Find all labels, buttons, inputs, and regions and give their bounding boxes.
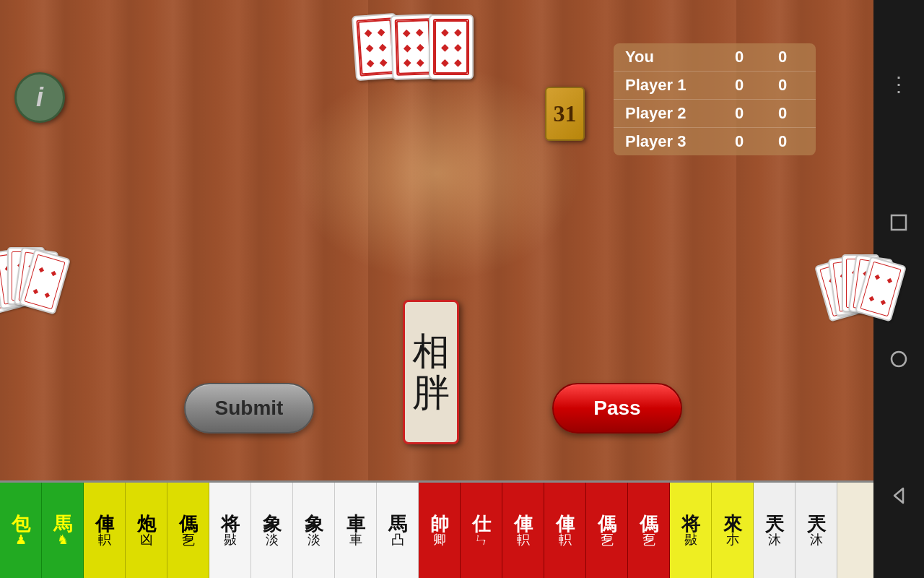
- player-you-score1: 0: [718, 48, 761, 66]
- tile-bot-14: 乭: [601, 533, 614, 546]
- tile-10[interactable]: 帥卿: [419, 483, 461, 578]
- player-1-name: Player 1: [625, 76, 718, 95]
- score-row-p3: Player 3 0 0: [614, 128, 816, 155]
- tile-9[interactable]: 馬凸: [377, 483, 419, 578]
- svg-point-1: [892, 352, 906, 366]
- tile-7[interactable]: 象淡: [293, 483, 335, 578]
- tile-top-10: 帥: [430, 514, 449, 533]
- tile-bot-5: 敡: [224, 533, 237, 546]
- svg-rect-0: [892, 215, 906, 230]
- player-2-score1: 0: [718, 104, 761, 123]
- player-you-name: You: [625, 48, 718, 66]
- player-2-name: Player 2: [625, 104, 718, 123]
- tile-bot-1: ♞: [57, 533, 69, 546]
- tile-bot-19: 沐: [810, 533, 823, 546]
- score-panel: You 0 0 Player 1 0 0 Player 2 0 0 Player…: [614, 43, 816, 155]
- tile-bot-3: 凶: [140, 533, 153, 546]
- tile-16[interactable]: 将敡: [670, 483, 712, 578]
- center-glow: [292, 65, 581, 282]
- tile-bot-17: 朩: [726, 533, 739, 546]
- tile-19[interactable]: 兲沐: [796, 483, 837, 578]
- tile-14[interactable]: 傌乭: [586, 483, 628, 578]
- tile-top-6: 象: [263, 514, 282, 533]
- bottom-tiles-area: 包♟馬♞俥軹炮凶傌乭将敡象淡象淡車車馬凸帥卿仕ㄣ俥軹俥軹傌乭傌乭将敡來朩兲沐兲沐: [0, 480, 873, 578]
- tile-top-17: 來: [723, 514, 742, 533]
- tile-top-19: 兲: [807, 514, 826, 533]
- tile-3[interactable]: 炮凶: [126, 483, 167, 578]
- game-board: i ◆◆ ◆◆ ◆◆ ◆◆ ◆◆ ◆◆: [0, 0, 873, 578]
- tile-top-1: 馬: [53, 514, 72, 533]
- tile-bot-9: 凸: [391, 533, 404, 546]
- tile-bot-6: 淡: [266, 533, 279, 546]
- player-you-score2: 0: [761, 48, 804, 66]
- info-icon: i: [36, 82, 43, 113]
- tile-top-16: 将: [681, 514, 700, 533]
- tile-bot-13: 軹: [559, 533, 572, 546]
- tile-top-18: 兲: [765, 514, 784, 533]
- tile-1[interactable]: 馬♞: [42, 483, 84, 578]
- svg-marker-2: [894, 488, 903, 503]
- tile-top-7: 象: [305, 514, 323, 533]
- score-row-you: You 0 0: [614, 43, 816, 72]
- back-icon[interactable]: [889, 486, 909, 506]
- tile-12[interactable]: 俥軹: [502, 483, 544, 578]
- info-button[interactable]: i: [14, 72, 65, 123]
- top-deck: ◆◆ ◆◆ ◆◆ ◆◆ ◆◆ ◆◆ ◆◆ ◆◆ ◆◆: [354, 14, 474, 79]
- player-1-score2: 0: [761, 76, 804, 95]
- tile-bot-7: 淡: [308, 533, 321, 546]
- tile-13[interactable]: 俥軹: [544, 483, 586, 578]
- square-icon[interactable]: [889, 212, 909, 233]
- center-card-char1: 相: [412, 331, 450, 372]
- tile-bot-4: 乭: [182, 533, 195, 546]
- tile-top-14: 傌: [598, 514, 616, 533]
- center-played-card[interactable]: 相 胖: [403, 300, 459, 444]
- submit-button[interactable]: Submit: [184, 383, 314, 434]
- player-3-score2: 0: [761, 132, 804, 151]
- number-card: 31: [545, 87, 585, 141]
- player-2-score2: 0: [761, 104, 804, 123]
- tile-bot-0: ♟: [15, 533, 27, 546]
- score-row-p2: Player 2 0 0: [614, 100, 816, 128]
- tile-bot-8: 車: [349, 533, 362, 546]
- player-3-score1: 0: [718, 132, 761, 151]
- tile-18[interactable]: 兲沐: [754, 483, 796, 578]
- tile-top-3: 炮: [137, 514, 156, 533]
- tile-2[interactable]: 俥軹: [84, 483, 126, 578]
- tile-bot-15: 乭: [642, 533, 655, 546]
- deck-card-3: ◆◆ ◆◆ ◆◆: [429, 14, 474, 79]
- center-card-char2: 胖: [412, 372, 450, 413]
- tile-bot-2: 軹: [98, 533, 111, 546]
- tile-top-11: 仕: [472, 514, 491, 533]
- tile-top-2: 俥: [95, 514, 114, 533]
- tile-top-8: 車: [346, 514, 365, 533]
- tile-5[interactable]: 将敡: [209, 483, 251, 578]
- tile-bot-11: ㄣ: [475, 533, 488, 546]
- tile-bot-16: 敡: [684, 533, 697, 546]
- tile-top-12: 俥: [514, 514, 533, 533]
- more-options-icon[interactable]: ⋮: [889, 72, 909, 96]
- tile-17[interactable]: 來朩: [712, 483, 754, 578]
- home-circle-icon[interactable]: [889, 349, 909, 369]
- score-row-p1: Player 1 0 0: [614, 72, 816, 100]
- player-3-name: Player 3: [625, 132, 718, 151]
- tile-bot-12: 軹: [517, 533, 530, 546]
- tile-top-4: 傌: [179, 514, 198, 533]
- tile-11[interactable]: 仕ㄣ: [461, 483, 502, 578]
- tile-top-5: 将: [221, 514, 240, 533]
- tile-4[interactable]: 傌乭: [167, 483, 209, 578]
- tile-top-0: 包: [12, 514, 30, 533]
- tile-bot-18: 沐: [768, 533, 781, 546]
- tile-0[interactable]: 包♟: [0, 483, 42, 578]
- pass-label: Pass: [593, 397, 640, 420]
- player-1-score1: 0: [718, 76, 761, 95]
- tile-top-9: 馬: [388, 514, 407, 533]
- tile-bot-10: 卿: [433, 533, 446, 546]
- tile-15[interactable]: 傌乭: [628, 483, 670, 578]
- pass-button[interactable]: Pass: [552, 383, 682, 434]
- tile-top-15: 傌: [640, 514, 658, 533]
- tile-6[interactable]: 象淡: [251, 483, 293, 578]
- submit-label: Submit: [215, 397, 284, 420]
- tile-top-13: 俥: [556, 514, 575, 533]
- tile-8[interactable]: 車車: [335, 483, 377, 578]
